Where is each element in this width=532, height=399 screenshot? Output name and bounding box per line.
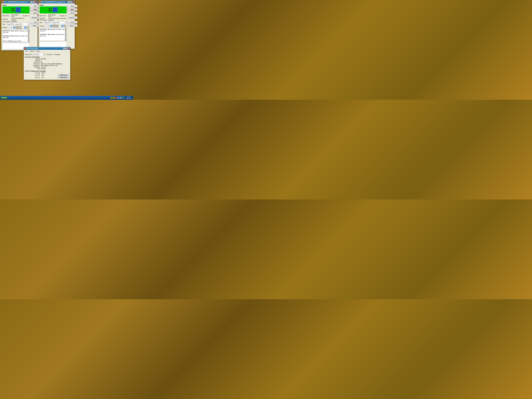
scrollbar-v-2[interactable]: ▲ ▼ xyxy=(65,28,67,41)
core1-label: Core #1: xyxy=(25,77,40,78)
scrollbar-v-1[interactable]: ▲ ▼ xyxy=(28,30,30,42)
reset-button-2[interactable]: Reset xyxy=(67,12,77,14)
tray-icon-checkbox-2[interactable] xyxy=(62,25,63,27)
proc-info-grid: CPUID: 0x1067A APICID: 0 Revision: E0 Pr… xyxy=(25,58,69,70)
volume-icon[interactable] xyxy=(118,97,119,99)
frequency-label: Frequency: xyxy=(25,65,40,66)
log-line-2-2 xyxy=(40,32,65,33)
coretemp-title-bar[interactable]: 🌡 Core Temp 0.99.3 _ □ ✕ xyxy=(24,47,70,50)
close-btn-2[interactable]: ✕ xyxy=(72,1,74,3)
priority-select-2[interactable]: 1 xyxy=(45,25,49,27)
additional-notification-label-2[interactable]: Additional notification xyxy=(50,25,61,27)
buttons-panel-2: Start Stop Reset Sensors... Exit About..… xyxy=(67,4,78,48)
taskbar: ⊞ Start 14:53 01-05-2024 xyxy=(0,96,133,100)
additional-notification-checkbox-2[interactable] xyxy=(50,25,52,27)
maximize-btn-1[interactable]: □ xyxy=(33,1,35,3)
tray-icon-label-1[interactable]: Tray Icon xyxy=(25,26,30,29)
coretemp-title-text: Core Temp 0.99.3 xyxy=(27,48,38,49)
stop-button-2[interactable]: Stop xyxy=(67,8,77,11)
vid-label: VID: xyxy=(25,68,40,70)
revision-value: E0 xyxy=(41,61,69,63)
rounds-label-1: Rounds: xyxy=(23,15,28,17)
cpu-speed-value-1: 4302MHz xyxy=(11,21,30,22)
scroll-up-1[interactable]: ▲ xyxy=(28,30,30,31)
log-line-3: WARNING: Affinity Mask: Process: 0x2 Sys… xyxy=(3,35,27,38)
status-label-1: Status xyxy=(2,4,30,6)
coretemp-menu-bar: File Options Help xyxy=(24,50,70,52)
minimize-btn-1[interactable]: _ xyxy=(31,1,32,3)
sensors-button-2[interactable]: Sensors... xyxy=(67,16,77,19)
window-controls-1[interactable]: _ □ ✕ xyxy=(31,1,37,3)
minimize-btn-2[interactable]: _ xyxy=(68,1,70,3)
tray-icon-checkbox-1[interactable] xyxy=(25,27,26,28)
cpuid-value: 0x1067A xyxy=(41,58,69,60)
test-row-2: Test: Small FFTs - stress CPU xyxy=(39,21,67,24)
window-controls-2[interactable]: _ □ ✕ xyxy=(68,1,74,3)
test-select-1[interactable]: Small FFTs - stress CPU xyxy=(6,23,30,25)
tj-max-value: 100°C xyxy=(40,72,69,74)
cores-label: Core(s) xyxy=(47,54,52,55)
scroll-down-2[interactable]: ▼ xyxy=(65,39,67,41)
log-line-2-1: WARNING: Affinity Mask: Process: 0x1 Sys… xyxy=(40,29,65,32)
tray-icon-3[interactable] xyxy=(115,97,117,99)
log-area-2[interactable]: WARNING: Affinity Mask: Process: 0x1 Sys… xyxy=(39,28,65,41)
duration-label-2: Duration: xyxy=(39,18,47,19)
tray-icon-2[interactable] xyxy=(113,97,115,99)
tj-max-label: Tj. Max: xyxy=(25,72,40,74)
tray-icon-label-2[interactable]: Tray Icon xyxy=(62,25,67,27)
scroll-thumb-2[interactable] xyxy=(65,30,67,39)
go-letter-g-2: G xyxy=(49,7,53,13)
processor-value: Intel Core 2 Duo E8400 (Wolfdale) xyxy=(41,63,69,65)
coretemp-icon: 🌡 xyxy=(24,48,26,49)
scroll-thumb-1[interactable] xyxy=(28,31,30,41)
orthos-window-1: G GO - ORTHOS BETA by Johnny Lee _ □ ✕ S… xyxy=(1,1,38,51)
exit-button-2[interactable]: Exit xyxy=(67,21,77,24)
clock-time: 14:53 xyxy=(125,96,132,98)
priority-label-2: Priority: xyxy=(39,25,44,27)
log-container-1: WARNING: Affinity Mask: Process: 0x2 Sys… xyxy=(2,30,30,42)
menu-options[interactable]: Options xyxy=(29,50,36,52)
start-time-label-1: Start Time: xyxy=(2,15,10,17)
menu-file[interactable]: File xyxy=(24,50,29,52)
threads-value: 2 xyxy=(53,54,53,55)
maximize-btn-2[interactable]: □ xyxy=(70,1,72,3)
about-button-2[interactable]: About... xyxy=(67,24,77,27)
log-area-bottom-2 xyxy=(39,41,67,48)
cpu-speed-label-2: CPU Speed: xyxy=(39,19,47,21)
log-area-1[interactable]: WARNING: Affinity Mask: Process: 0x2 Sys… xyxy=(2,30,28,42)
log-container-2: WARNING: Affinity Mask: Process: 0x1 Sys… xyxy=(39,28,67,41)
cpu-select[interactable]: CPU #0 xyxy=(33,53,45,56)
additional-notification-label-1[interactable]: Additional notification xyxy=(13,26,23,29)
priority-label-1: Priority: xyxy=(2,27,7,28)
tray-icon-1[interactable] xyxy=(111,97,112,99)
go-letter-o-2: O xyxy=(53,7,58,13)
window-title-2: GO - ORTHOS BETA by Johnny Lee xyxy=(41,1,68,3)
scroll-down-1[interactable]: ▼ xyxy=(28,41,30,42)
coretemp-close-btn[interactable]: ✕ xyxy=(68,48,70,49)
go-display-2: GO xyxy=(39,6,67,13)
coretemp-minimize-btn[interactable]: _ xyxy=(63,48,65,49)
log-line-2-3: WARNING: Affinity Mask: Process: 0x1 Sys… xyxy=(40,34,65,37)
coretemp-maximize-btn[interactable]: □ xyxy=(65,48,67,49)
scroll-up-2[interactable]: ▲ xyxy=(65,28,67,30)
menu-help[interactable]: Help xyxy=(36,50,41,52)
taskbar-clock: 14:53 01-05-2024 xyxy=(124,96,133,100)
rounds-label-2: Rounds: xyxy=(60,15,65,17)
additional-notification-checkbox-1[interactable] xyxy=(13,27,15,28)
title-bar-2[interactable]: G GO - ORTHOS BETA by Johnny Lee _ □ ✕ xyxy=(38,1,75,3)
go-letter-g-1: G xyxy=(11,7,16,13)
temp-readings-title: CPU #0: Temperature Readings xyxy=(25,70,69,72)
start-button-2[interactable]: Start xyxy=(67,5,77,7)
test-select-2[interactable]: Small FFTs - stress CPU xyxy=(43,21,67,24)
priority-select-1[interactable]: 1 xyxy=(8,26,12,29)
core0-value: 70°C xyxy=(40,74,58,76)
log-line-5: Test 9, 800000 Lucas-Lehmer iterations o… xyxy=(3,40,27,42)
start-button[interactable]: ⊞ Start xyxy=(0,97,8,99)
select-cpu-label: Select CPU: xyxy=(25,54,32,55)
network-icon[interactable] xyxy=(120,97,122,99)
title-bar-1[interactable]: G GO - ORTHOS BETA by Johnny Lee _ □ ✕ xyxy=(1,1,38,3)
window-title-1: GO - ORTHOS BETA by Johnny Lee xyxy=(4,1,31,3)
threads-label: Thread(s) xyxy=(54,54,60,55)
close-btn-1[interactable]: ✕ xyxy=(35,1,37,3)
coretemp-tray-icon[interactable] xyxy=(122,97,124,99)
